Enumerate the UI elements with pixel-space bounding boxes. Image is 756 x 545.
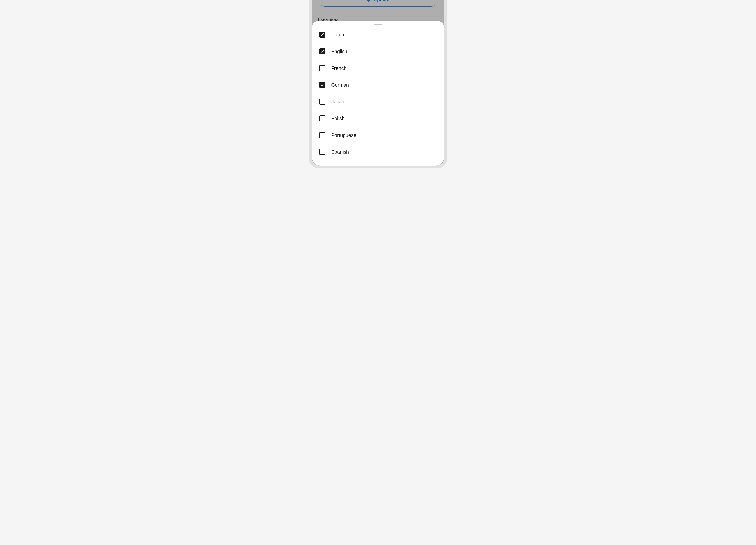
checkbox-french[interactable] — [319, 65, 325, 71]
upload-button[interactable]: Upload — [318, 0, 438, 6]
upload-icon — [366, 0, 371, 2]
language-label: Spanish — [331, 149, 349, 155]
language-item-french[interactable]: French — [319, 65, 437, 71]
checkbox-portuguese[interactable] — [319, 132, 325, 138]
language-item-spanish[interactable]: Spanish — [319, 149, 437, 155]
language-bottom-sheet: DutchEnglishFrenchGermanItalianPolishPor… — [312, 21, 444, 165]
language-label: Polish — [331, 116, 345, 121]
language-label: Portuguese — [331, 132, 356, 138]
language-item-polish[interactable]: Polish — [319, 115, 437, 121]
language-label: French — [331, 65, 347, 71]
language-item-german[interactable]: German — [319, 82, 437, 88]
language-item-english[interactable]: English — [319, 48, 437, 54]
drag-handle[interactable] — [374, 24, 382, 25]
checkbox-english[interactable] — [319, 48, 325, 54]
language-list: DutchEnglishFrenchGermanItalianPolishPor… — [312, 32, 444, 155]
checkbox-italian[interactable] — [319, 99, 325, 105]
checkbox-spanish[interactable] — [319, 149, 325, 155]
language-item-portuguese[interactable]: Portuguese — [319, 132, 437, 138]
upload-button-label: Upload — [373, 0, 390, 2]
language-label: German — [331, 82, 349, 88]
upload-section: Upload — [312, 0, 444, 6]
language-item-italian[interactable]: Italian — [319, 99, 437, 105]
language-label: Dutch — [331, 32, 344, 38]
phone-screen: Upload Language DutchEnglishFrenchGerman… — [312, 0, 444, 165]
language-label: Italian — [331, 99, 344, 105]
checkbox-dutch[interactable] — [319, 32, 325, 38]
language-item-dutch[interactable]: Dutch — [319, 32, 437, 38]
checkbox-polish[interactable] — [319, 115, 325, 121]
language-label: English — [331, 49, 347, 54]
checkbox-german[interactable] — [319, 82, 325, 88]
phone-frame: Upload Language DutchEnglishFrenchGerman… — [309, 0, 447, 168]
